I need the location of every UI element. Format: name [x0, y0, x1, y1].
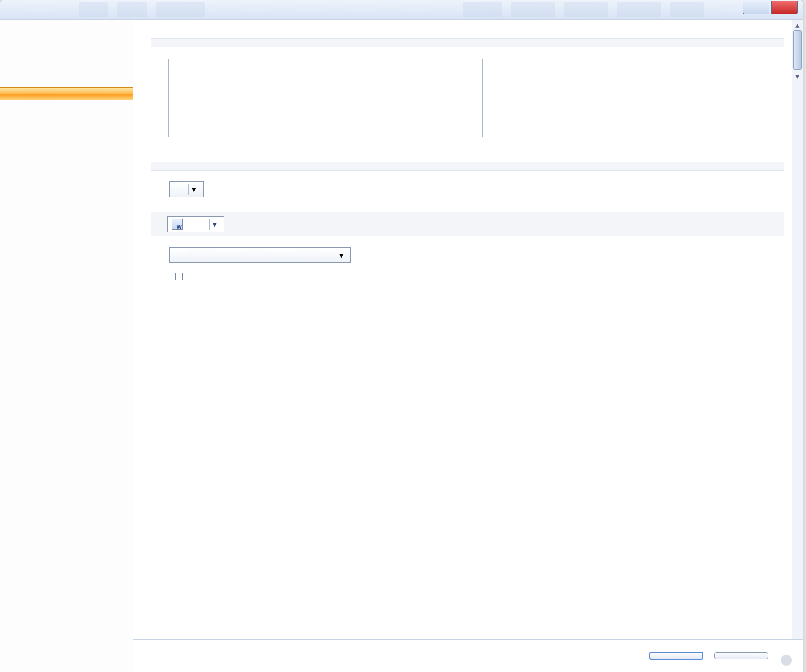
cancel-button[interactable]	[714, 652, 768, 659]
chevron-down-icon: ▾	[336, 250, 347, 260]
word-doc-icon	[172, 219, 183, 230]
sidebar-item-resources[interactable]	[0, 135, 133, 147]
vertical-scrollbar[interactable]: ▴ ▾	[792, 20, 803, 639]
sidebar-item-save[interactable]	[0, 64, 133, 76]
chevron-down-icon: ▾	[209, 219, 220, 230]
scrollbar-thumb[interactable]	[793, 30, 802, 70]
sidebar-item-proofing[interactable]	[0, 52, 133, 64]
ok-button[interactable]	[649, 652, 703, 660]
options-content: ▾ ▾	[133, 20, 803, 672]
section-compat-heading	[151, 162, 784, 171]
scroll-up-icon[interactable]: ▴	[792, 20, 803, 30]
plus-icon	[175, 273, 183, 280]
sidebar-item-customize[interactable]	[0, 100, 133, 112]
layout-options-expander[interactable]	[151, 268, 784, 282]
word-options-window: ▾ ▾	[0, 0, 803, 672]
chevron-down-icon: ▾	[188, 184, 199, 195]
mail-address-textarea[interactable]	[168, 59, 483, 137]
compat-options-row: ▾	[151, 212, 784, 236]
sidebar-item-trust[interactable]	[0, 124, 133, 135]
mail-address-row	[151, 53, 784, 141]
doc-layout-version-select[interactable]: ▾	[169, 247, 351, 263]
close-button[interactable]	[771, 1, 798, 14]
sidebar-item-advanced[interactable]	[0, 87, 133, 100]
sidebar-item-layout[interactable]	[0, 76, 133, 87]
scroll-down-icon[interactable]: ▾	[792, 71, 803, 81]
english-word-row: ▾	[151, 177, 784, 202]
dialog-footer	[133, 639, 803, 672]
help-button[interactable]	[743, 1, 769, 14]
watermark	[778, 655, 795, 666]
sidebar-item-general[interactable]	[0, 28, 133, 40]
titlebar	[0, 0, 803, 19]
section-general-heading	[151, 38, 784, 47]
background-ribbon-ghost	[79, 2, 704, 17]
sidebar-item-display[interactable]	[0, 40, 133, 52]
sidebar	[0, 20, 133, 672]
doc-layout-version-row: ▾	[151, 242, 784, 268]
compat-options-select[interactable]: ▾	[167, 216, 224, 232]
english-word-select[interactable]: ▾	[169, 181, 204, 197]
sidebar-item-addins[interactable]	[0, 112, 133, 124]
